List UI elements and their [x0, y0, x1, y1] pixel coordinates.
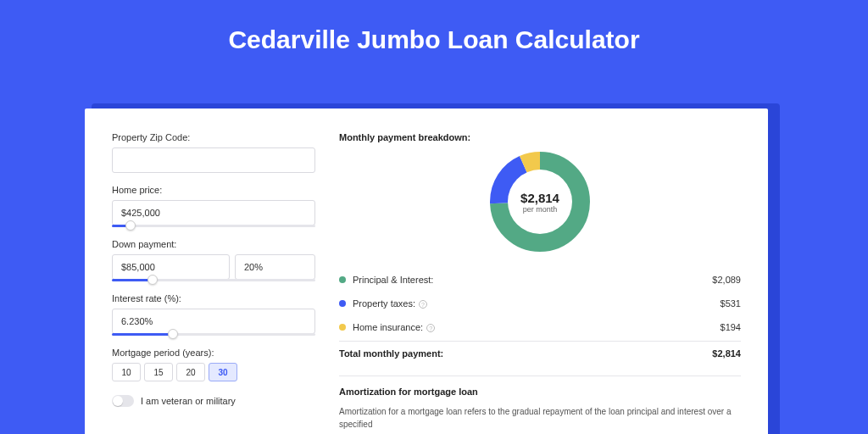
period-button-30[interactable]: 30 — [209, 363, 237, 381]
total-label: Total monthly payment: — [339, 348, 712, 359]
slider-fill — [112, 333, 173, 336]
calculator-card: Property Zip Code: Home price: Down paym… — [85, 108, 768, 434]
down-payment-label: Down payment: — [112, 239, 315, 249]
veteran-toggle-row: I am veteran or military — [112, 395, 315, 407]
zip-field-group: Property Zip Code: — [112, 132, 315, 173]
line-item-label: Property taxes:? — [353, 298, 721, 309]
line-item-label: Home insurance:? — [353, 322, 721, 332]
zip-input[interactable] — [112, 147, 315, 173]
total-row: Total monthly payment: $2,814 — [339, 341, 741, 365]
interest-group: Interest rate (%): — [112, 293, 315, 336]
veteran-toggle[interactable] — [112, 395, 134, 407]
slider-thumb[interactable] — [125, 220, 136, 231]
breakdown-line-item: Home insurance:?$194 — [339, 315, 741, 339]
period-button-15[interactable]: 15 — [144, 363, 173, 381]
home-price-group: Home price: — [112, 185, 315, 227]
interest-label: Interest rate (%): — [112, 293, 315, 303]
breakdown-line-item: Principal & Interest:$2,089 — [339, 268, 741, 292]
zip-label: Property Zip Code: — [112, 132, 315, 142]
info-icon[interactable]: ? — [419, 300, 427, 309]
home-price-slider[interactable] — [112, 225, 315, 227]
breakdown-column: Monthly payment breakdown: $2,814 per mo… — [339, 132, 741, 424]
total-value: $2,814 — [712, 348, 741, 359]
down-payment-pct-input[interactable] — [235, 254, 315, 280]
donut-sub: per month — [523, 205, 558, 214]
amortization-text: Amortization for a mortgage loan refers … — [339, 405, 741, 431]
donut-center: $2,814 per month — [508, 170, 572, 234]
down-payment-input[interactable] — [112, 254, 230, 280]
period-group: Mortgage period (years): 10152030 — [112, 348, 315, 381]
line-item-label: Principal & Interest: — [353, 275, 712, 285]
legend-dot — [339, 276, 346, 283]
form-column: Property Zip Code: Home price: Down paym… — [112, 132, 315, 424]
down-payment-slider[interactable] — [112, 279, 315, 281]
legend-dot — [339, 324, 346, 331]
donut-value: $2,814 — [520, 191, 559, 205]
slider-fill — [112, 279, 153, 281]
interest-input[interactable] — [112, 309, 315, 334]
donut-wrap: $2,814 per month — [339, 151, 741, 253]
line-item-value: $2,089 — [712, 275, 741, 285]
breakdown-line-item: Property taxes:?$531 — [339, 292, 741, 315]
slider-thumb[interactable] — [147, 275, 158, 285]
home-price-label: Home price: — [112, 185, 315, 195]
veteran-label: I am veteran or military — [141, 396, 236, 406]
period-label: Mortgage period (years): — [112, 348, 315, 358]
home-price-input[interactable] — [112, 200, 315, 225]
down-payment-group: Down payment: — [112, 239, 315, 281]
amortization-title: Amortization for mortgage loan — [339, 387, 741, 397]
line-item-value: $194 — [721, 322, 741, 332]
period-button-20[interactable]: 20 — [176, 363, 205, 381]
period-button-10[interactable]: 10 — [112, 363, 141, 381]
amortization-section: Amortization for mortgage loan Amortizat… — [339, 376, 741, 431]
breakdown-title: Monthly payment breakdown: — [339, 132, 741, 142]
info-icon[interactable]: ? — [426, 324, 435, 332]
line-item-value: $531 — [721, 298, 741, 309]
interest-slider[interactable] — [112, 333, 315, 336]
page-title: Cedarville Jumbo Loan Calculator — [0, 0, 868, 73]
legend-dot — [339, 300, 346, 307]
slider-thumb[interactable] — [168, 329, 178, 339]
payment-donut-chart: $2,814 per month — [489, 151, 591, 253]
